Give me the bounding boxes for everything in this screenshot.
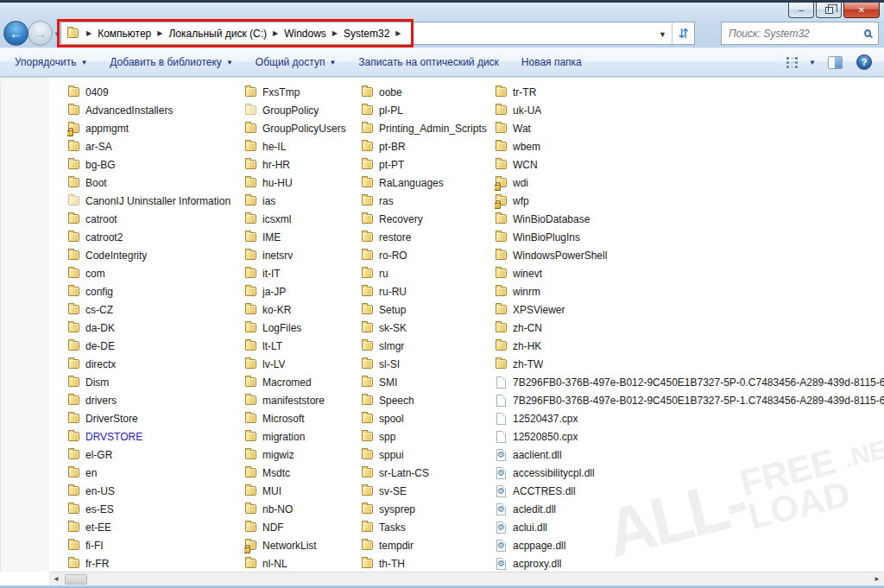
folder-item[interactable]: SMI (361, 373, 495, 391)
folder-item[interactable]: da-DK (67, 319, 244, 337)
folder-item[interactable]: CodeIntegrity (67, 246, 244, 264)
breadcrumb-separator-icon[interactable]: ▶ (273, 29, 278, 37)
folder-item[interactable]: NetworkList (244, 536, 361, 554)
folder-item[interactable]: sr-Latn-CS (361, 464, 495, 482)
folder-item[interactable]: IME (244, 228, 361, 246)
folder-item[interactable]: restore (361, 228, 495, 246)
folder-item[interactable]: XPSViewer (495, 300, 884, 319)
folder-item[interactable]: uk-UA (495, 101, 884, 119)
toolbar-button[interactable]: Общий доступ▼ (248, 52, 344, 73)
folder-item[interactable]: FxsTmp (244, 83, 361, 101)
search-icon[interactable] (864, 29, 871, 37)
folder-item[interactable]: catroot (67, 210, 244, 228)
scrollbar-thumb[interactable] (65, 574, 87, 585)
folder-item[interactable]: ro-RO (361, 246, 495, 264)
folder-item[interactable]: icsxml (244, 210, 361, 228)
folder-item[interactable]: winrm (495, 282, 884, 300)
file-item[interactable]: ⚙ACCTRES.dll (495, 482, 884, 500)
folder-item[interactable]: WinBioDatabase (495, 210, 884, 228)
toolbar-button[interactable]: Записать на оптический диск (350, 52, 507, 73)
breadcrumb-item-0[interactable]: Компьютер (98, 28, 151, 40)
folder-item[interactable]: zh-CN (495, 319, 884, 337)
address-dropdown-icon[interactable]: ▼ (659, 30, 666, 39)
folder-item[interactable]: directx (67, 355, 244, 373)
folder-item[interactable]: tr-TR (495, 83, 884, 101)
folder-item[interactable]: migration (244, 427, 361, 446)
folder-item[interactable]: NDF (244, 518, 361, 536)
folder-item[interactable]: nb-NO (244, 500, 361, 518)
folder-item[interactable]: de-DE (67, 337, 244, 355)
preview-pane-button[interactable] (828, 56, 843, 69)
folder-item[interactable]: winevt (495, 264, 884, 282)
folder-item[interactable]: el-GR (67, 446, 244, 464)
breadcrumb-item-2[interactable]: Windows (284, 28, 326, 40)
folder-item[interactable]: appmgmt (67, 119, 244, 137)
minimize-button[interactable]: – (788, 3, 814, 18)
breadcrumb-separator-icon[interactable]: ▶ (157, 29, 162, 37)
folder-item[interactable]: sysprep (361, 500, 495, 518)
file-item[interactable]: ⚙acppage.dll (495, 536, 884, 554)
folder-item[interactable]: hu-HU (244, 174, 361, 192)
folder-item[interactable]: wbem (495, 137, 884, 155)
folder-item[interactable]: sl-SI (361, 355, 495, 373)
search-box[interactable] (721, 22, 879, 45)
folder-item[interactable]: lt-LT (244, 337, 361, 355)
folder-item[interactable]: it-IT (244, 264, 361, 282)
back-button[interactable]: ← (3, 21, 28, 46)
folder-item[interactable]: ja-JP (244, 282, 361, 300)
folder-item[interactable]: WinBioPlugIns (495, 228, 884, 246)
search-input[interactable] (729, 28, 864, 40)
file-item[interactable]: 7B296FB0-376B-497e-B012-9C450E1B7327-5P-… (495, 373, 884, 391)
folder-item[interactable]: ias (244, 192, 361, 210)
file-list-area[interactable]: ALL- FREE LOAD .NET 0409AdvancedInstalle… (49, 78, 884, 572)
folder-item[interactable]: sv-SE (361, 482, 495, 500)
file-item[interactable]: 7B296FB0-376B-497e-B012-9C450E1B7327-5P-… (495, 391, 884, 409)
breadcrumb-separator-icon[interactable]: ▶ (332, 29, 338, 37)
folder-item[interactable]: drivers (67, 391, 244, 409)
title-bar[interactable]: – ✕ (0, 0, 884, 19)
folder-item[interactable]: pt-BR (361, 137, 495, 155)
folder-item[interactable]: zh-TW (495, 355, 884, 373)
breadcrumb-item-system32[interactable]: System32 (344, 28, 389, 40)
folder-item[interactable]: fi-FI (67, 536, 244, 554)
folder-item[interactable]: Wat (495, 119, 884, 137)
folder-item[interactable]: catroot2 (67, 228, 244, 246)
folder-item[interactable]: ru (361, 264, 495, 282)
folder-item[interactable]: slmgr (361, 337, 495, 355)
folder-item[interactable]: et-EE (67, 518, 244, 536)
folder-item[interactable]: es-ES (67, 500, 244, 518)
folder-item[interactable]: ru-RU (361, 282, 495, 300)
change-view-button[interactable]: ▼ (786, 56, 816, 68)
folder-item[interactable]: 0409 (67, 83, 244, 101)
scroll-left-arrow[interactable]: ◄ (49, 572, 63, 586)
folder-item[interactable]: Tasks (361, 518, 495, 536)
help-button[interactable]: ? (856, 54, 872, 70)
folder-item[interactable]: Printing_Admin_Scripts (361, 119, 495, 137)
folder-item[interactable]: tempdir (361, 536, 495, 554)
folder-item[interactable]: oobe (361, 83, 495, 101)
folder-item[interactable]: en (67, 464, 244, 482)
folder-item[interactable]: config (67, 282, 244, 300)
breadcrumb-item-1[interactable]: Локальный диск (C:) (168, 28, 267, 40)
folder-item[interactable]: migwiz (244, 446, 361, 464)
folder-item[interactable]: sk-SK (361, 319, 495, 337)
file-item[interactable]: ⚙acproxy.dll (495, 554, 884, 572)
folder-item[interactable]: spp (361, 427, 495, 446)
file-item[interactable]: 12520437.cpx (495, 409, 884, 427)
folder-item[interactable]: GroupPolicyUsers (244, 119, 361, 137)
folder-item[interactable]: RaLanguages (361, 174, 495, 192)
folder-item[interactable]: bg-BG (67, 155, 244, 174)
recent-pages-dropdown-icon[interactable]: ▼ (54, 30, 60, 38)
folder-item[interactable]: MUI (244, 482, 361, 500)
file-item[interactable]: ⚙aaclient.dll (495, 446, 884, 464)
file-item[interactable]: ⚙aclui.dll (495, 518, 884, 536)
folder-item[interactable]: Speech (361, 391, 495, 409)
folder-item[interactable]: Microsoft (244, 409, 361, 427)
folder-item[interactable]: DriverStore (67, 409, 244, 427)
folder-item[interactable]: Recovery (361, 210, 495, 228)
folder-item[interactable]: lv-LV (244, 355, 361, 373)
file-item[interactable]: ⚙accessibilitycpl.dll (495, 464, 884, 482)
horizontal-scrollbar[interactable]: ◄ ► (49, 572, 884, 585)
toolbar-button[interactable]: Добавить в библиотеку▼ (102, 52, 240, 73)
folder-item[interactable]: GroupPolicy (244, 101, 361, 119)
